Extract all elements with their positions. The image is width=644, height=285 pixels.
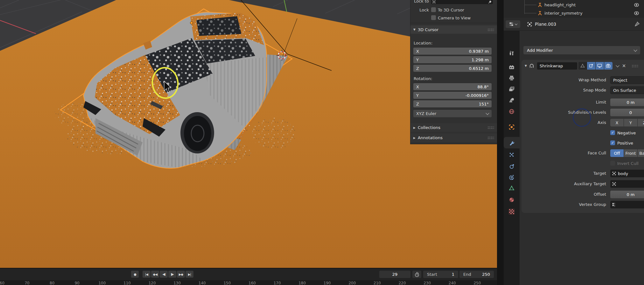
3d-cursor-panel-header[interactable]: ▼ 3D Cursor [410, 25, 497, 34]
display-in-viewport-toggle[interactable] [596, 62, 604, 70]
ruler-frame-label: 190 [324, 281, 331, 285]
pin-icon[interactable] [634, 22, 640, 27]
camera-to-view-checkbox[interactable] [431, 15, 436, 20]
disclosure-closed-icon[interactable]: ▶ [413, 126, 416, 129]
end-value: 250 [482, 272, 490, 277]
shrinkwrap-modifier-panel: ▼ Shrinkwrap [522, 60, 644, 213]
auto-keying-clock-button[interactable] [412, 271, 421, 278]
target-label: Target [522, 170, 606, 177]
jump-to-end-button[interactable]: ▶| [186, 271, 193, 278]
panel-grip-icon[interactable] [487, 136, 494, 139]
next-keyframe-button[interactable]: ▶◆ [177, 271, 185, 278]
axis-x-button[interactable]: X [610, 119, 624, 126]
positive-checkbox[interactable]: ✓ [610, 140, 615, 145]
tab-output[interactable] [504, 73, 520, 83]
outliner-item-name[interactable]: interior_symmetry [544, 11, 583, 16]
ruler-frame-label: 90 [75, 281, 80, 285]
lock-to-object-field[interactable] [431, 0, 493, 4]
visibility-eye-icon[interactable] [634, 3, 640, 7]
cursor-location-y-field[interactable]: Y 1.298 m [413, 56, 492, 63]
outliner-item-name[interactable]: headlight_right [544, 3, 576, 7]
wrap-method-dropdown[interactable]: Project [610, 76, 644, 84]
visibility-eye-icon[interactable] [634, 11, 640, 15]
tab-scene[interactable] [504, 95, 520, 105]
cursor-rotation-z-field[interactable]: Z 151° [413, 100, 492, 107]
modifier-grip-icon[interactable] [632, 64, 639, 67]
axis-y-button[interactable]: Y [624, 119, 637, 126]
tab-object[interactable] [504, 122, 520, 132]
timeline-ruler[interactable]: 6070809010011012013014015016017018019020… [0, 280, 497, 285]
record-button[interactable]: ● [131, 271, 139, 278]
tab-tool[interactable] [504, 48, 520, 58]
tab-object-data[interactable] [504, 183, 520, 193]
display-in-render-toggle[interactable] [604, 62, 612, 70]
jump-to-start-button[interactable]: |◀ [143, 271, 150, 278]
properties-content: Add Modifier ▼ Shrinkwrap [520, 31, 644, 285]
editor-divider[interactable] [497, 0, 504, 285]
tab-modifiers-active[interactable] [504, 137, 520, 148]
outliner-item[interactable]: headlight_right [504, 1, 644, 9]
display-in-edit-mode-toggle[interactable] [587, 62, 595, 70]
vertex-group-label: Vertex Group [522, 201, 606, 208]
limit-field[interactable]: 0 m [610, 98, 644, 106]
tab-material[interactable] [504, 195, 520, 205]
auxiliary-target-field[interactable] [610, 180, 644, 188]
frame-start-field[interactable]: Start 1 [423, 271, 458, 278]
face-cull-front-button[interactable]: Front [624, 149, 637, 157]
add-modifier-dropdown[interactable]: Add Modifier [523, 46, 640, 54]
frame-end-field[interactable]: End 250 [459, 271, 494, 278]
tab-texture[interactable] [504, 207, 520, 217]
modifier-name-field[interactable]: Shrinkwrap [537, 62, 577, 70]
delete-modifier-button[interactable]: × [621, 62, 627, 70]
display-on-cage-toggle[interactable] [578, 62, 587, 70]
previous-keyframe-button[interactable]: ◆◀ [151, 271, 159, 278]
offset-field[interactable]: 0 m [610, 191, 644, 198]
disclosure-open-icon[interactable]: ▼ [413, 28, 416, 31]
tab-render[interactable] [504, 62, 520, 72]
offset-value: 0 m [626, 192, 634, 197]
cursor-location-x-field[interactable]: X 0.9387 m [413, 48, 492, 55]
play-button[interactable]: ▶ [168, 271, 176, 278]
tab-world[interactable] [504, 106, 520, 117]
cursor-location-z-field[interactable]: Z 0.6512 m [413, 65, 492, 72]
current-frame-field[interactable]: 29 [379, 271, 410, 278]
wrench-icon [509, 140, 515, 146]
tab-constraints[interactable] [504, 172, 520, 182]
tab-physics[interactable] [504, 161, 520, 172]
disclosure-closed-icon[interactable]: ▶ [413, 136, 416, 139]
current-frame-value: 29 [392, 272, 398, 277]
invert-cull-label: Invert Cull [617, 159, 639, 168]
modifier-extras-button[interactable] [614, 62, 621, 70]
ruler-frame-label: 240 [449, 281, 456, 285]
face-cull-off-button[interactable]: Off [610, 149, 624, 157]
panel-grip-icon[interactable] [487, 126, 494, 129]
snap-mode-dropdown[interactable]: On Surface [610, 86, 644, 94]
eyedropper-icon[interactable] [488, 0, 492, 4]
annotations-panel-header[interactable]: ▶ Annotations [410, 133, 497, 142]
subdivision-levels-field[interactable]: 0 [610, 109, 644, 116]
ruler-frame-label: 230 [424, 281, 431, 285]
axis-z-button[interactable]: Z [638, 119, 644, 126]
outliner-item[interactable]: interior_symmetry [504, 9, 644, 17]
vertex-group-field[interactable] [610, 201, 644, 208]
rotation-mode-dropdown[interactable]: XYZ Euler [413, 110, 492, 117]
ruler-frame-label: 110 [123, 281, 131, 285]
cursor-rotation-x-field[interactable]: X 88.8° [413, 83, 492, 90]
target-field[interactable]: body × [610, 170, 644, 177]
face-cull-back-button[interactable]: Back [638, 149, 644, 157]
panel-grip-icon[interactable] [487, 28, 494, 31]
start-label: Start [427, 272, 437, 277]
breadcrumb-object-name[interactable]: Plane.003 [535, 22, 556, 27]
collections-panel-header[interactable]: ▶ Collections [410, 123, 497, 132]
tab-particles[interactable] [504, 150, 520, 160]
negative-checkbox[interactable]: ✓ [610, 130, 615, 135]
disclosure-open-icon[interactable]: ▼ [525, 64, 527, 67]
play-reverse-button[interactable]: ◀ [160, 271, 168, 278]
axis-label: X [416, 85, 419, 89]
to-3d-cursor-checkbox[interactable] [431, 7, 436, 12]
tab-view-layer[interactable] [504, 84, 520, 94]
editor-type-button[interactable] [506, 20, 520, 28]
subdivision-value: 0 [629, 110, 632, 115]
3d-viewport[interactable]: Lock to Obj... Lock To 3D Cursor Camera … [0, 0, 497, 268]
cursor-rotation-y-field[interactable]: Y -0.000916° [413, 92, 492, 99]
